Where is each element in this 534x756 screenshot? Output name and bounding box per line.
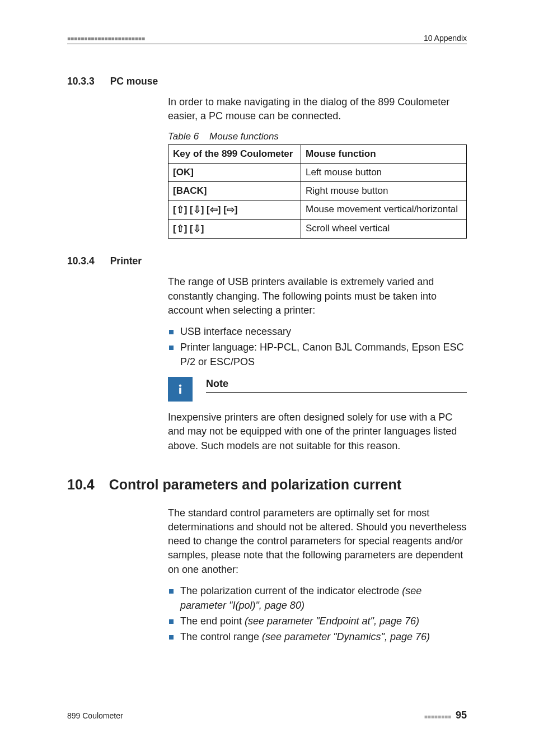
running-header: ■■■■■■■■■■■■■■■■■■■■■■■ 10 Appendix (67, 34, 467, 44)
li-text: The polarization current of the indicato… (180, 585, 402, 596)
cell-func: Right mouse button (301, 182, 466, 200)
th-function: Mouse function (301, 145, 466, 164)
cell-func: Left mouse button (301, 164, 466, 182)
note-label: Note (206, 378, 467, 393)
li-ref: (see parameter "Endpoint at", page 76) (245, 615, 419, 627)
cell-key: [OK] (168, 164, 301, 182)
info-glyph-icon (174, 383, 186, 395)
heading-10-3-3: 10.3.3 PC mouse (67, 76, 467, 87)
heading-title: PC mouse (110, 76, 158, 87)
footer-right: ■■■■■■■■ 95 (424, 710, 467, 721)
list-item: USB interface necessary (168, 324, 467, 339)
heading-10-4: 10.4 Control parameters and polarization… (67, 477, 467, 493)
paragraph: The range of USB printers available is e… (168, 275, 467, 318)
table-row: [BACK] Right mouse button (168, 182, 467, 200)
table-row: [⇧] [⇩] [⇦] [⇨] Mouse movement vertical/… (168, 200, 467, 220)
svg-point-0 (179, 385, 181, 387)
svg-rect-1 (179, 388, 181, 394)
heading-10-3-4: 10.3.4 Printer (67, 255, 467, 267)
note-block: Note (168, 377, 467, 402)
header-squares: ■■■■■■■■■■■■■■■■■■■■■■■ (67, 35, 145, 41)
cell-key: [BACK] (168, 182, 301, 200)
list-item: The control range (see parameter "Dynami… (168, 629, 467, 644)
footer-squares: ■■■■■■■■ (424, 713, 451, 720)
table-header-row: Key of the 899 Coulometer Mouse function (168, 145, 467, 164)
cell-func: Mouse movement vertical/horizontal (301, 200, 466, 220)
heading-number: 10.3.4 (67, 255, 95, 267)
list-item: The end point (see parameter "Endpoint a… (168, 614, 467, 628)
page-content: ■■■■■■■■■■■■■■■■■■■■■■■ 10 Appendix 10.3… (67, 34, 467, 722)
list-item: The polarization current of the indicato… (168, 584, 467, 613)
li-ref: (see parameter "Dynamics", page 76) (262, 631, 430, 642)
cell-func: Scroll wheel vertical (301, 220, 466, 239)
note-body: Inexpensive printers are often designed … (168, 410, 467, 453)
section-10-3-4-body: The range of USB printers available is e… (168, 275, 467, 452)
mouse-functions-table: Key of the 899 Coulometer Mouse function… (168, 144, 467, 239)
section-10-4-body: The standard control parameters are opti… (168, 506, 467, 644)
table-caption: Table 6 Mouse functions (168, 131, 467, 142)
heading-title: Control parameters and polarization curr… (109, 477, 401, 493)
paragraph: The standard control parameters are opti… (168, 506, 467, 577)
li-text: The control range (180, 631, 262, 642)
section-10-3-3-body: In order to make navigating in the dialo… (168, 95, 467, 239)
list-item: Printer language: HP-PCL, Canon BJL Comm… (168, 340, 467, 369)
header-chapter: 10 Appendix (424, 34, 467, 43)
cell-key: [⇧] [⇩] [⇦] [⇨] (168, 200, 301, 220)
heading-number: 10.4 (67, 477, 95, 493)
cell-key: [⇧] [⇩] (168, 220, 301, 239)
running-footer: 899 Coulometer ■■■■■■■■ 95 (67, 710, 467, 721)
paragraph: In order to make navigating in the dialo… (168, 95, 467, 123)
heading-title: Printer (110, 255, 142, 267)
th-key: Key of the 899 Coulometer (168, 145, 301, 164)
note-header-row: Note (168, 377, 467, 402)
footer-product: 899 Coulometer (67, 711, 123, 720)
heading-number: 10.3.3 (67, 76, 95, 87)
bullet-list: The polarization current of the indicato… (168, 584, 467, 644)
li-text: The end point (180, 615, 245, 627)
bullet-list: USB interface necessary Printer language… (168, 324, 467, 369)
table-row: [⇧] [⇩] Scroll wheel vertical (168, 220, 467, 239)
table-caption-num: Table 6 (168, 131, 199, 142)
page-number: 95 (456, 710, 467, 721)
info-icon (168, 377, 193, 402)
table-caption-text: Mouse functions (209, 131, 279, 142)
table-row: [OK] Left mouse button (168, 164, 467, 182)
